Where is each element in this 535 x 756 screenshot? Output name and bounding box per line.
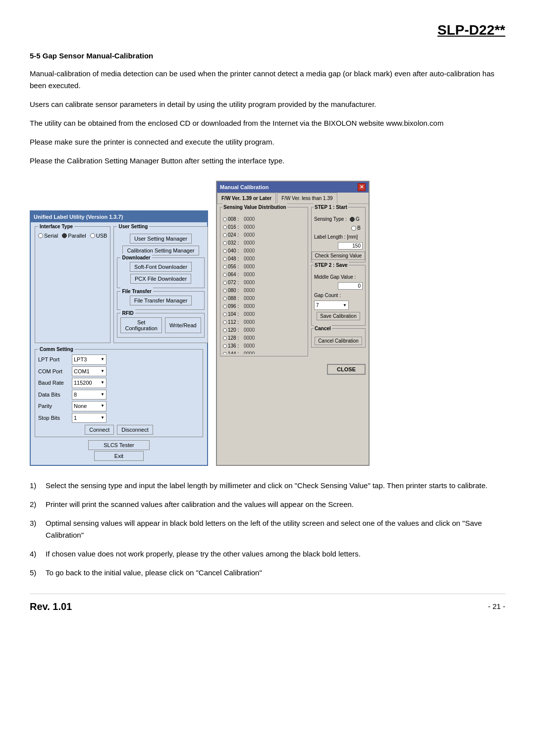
mc-close-bottom: CLOSE [217,362,369,377]
check-sensing-value-button[interactable]: Check Sensing Value [312,252,366,260]
radio-serial-icon [38,233,43,238]
exit-button[interactable]: Exit [94,451,144,461]
sensing-addr: 144 : [228,350,244,354]
sensing-val: 0000 [244,263,255,270]
list-item: 1)Select the sensing type and input the … [30,480,505,492]
baud-rate-select[interactable]: 115200 ▼ [72,378,107,388]
sensing-row: 048 :0000 [223,255,305,262]
mc-title: Manual Calibration [220,183,268,192]
sensing-radio[interactable] [223,217,227,221]
file-transfer-group: File Transfer File Transfer Manager [117,291,204,310]
sensing-addr: 088 : [228,295,244,302]
sensing-val: 0000 [244,287,255,294]
mc-body: Sensing Value Distribution 008 :0000016 … [217,204,369,362]
sensing-g-label: G [356,215,360,223]
step1-label: STEP 1 : Start [314,203,348,211]
slcs-tester-button[interactable]: SLCS Tester [88,440,150,450]
list-item: 2)Printer will print the scanned values … [30,499,505,510]
disconnect-button[interactable]: Disconnect [117,425,153,435]
sensing-radio[interactable] [223,233,227,237]
soft-font-downloader-button[interactable]: Soft-Font Downloader [130,262,192,272]
sensing-row: 128 :0000 [223,334,305,342]
sensing-radio[interactable] [223,273,227,277]
sensing-val: 0000 [244,318,255,326]
list-item-num: 3) [30,517,40,541]
mc-window-close-button[interactable]: ✕ [358,183,366,191]
sensing-radio[interactable] [223,289,227,293]
sensing-b-label: B [357,224,361,232]
write-read-button[interactable]: Write/Read [165,317,201,333]
cancel-group: Cancel Cancel Calibration [311,328,366,348]
sensing-row: 088 :0000 [223,295,305,302]
gap-count-value: 7 [316,302,319,309]
sensing-radio[interactable] [223,344,227,348]
sensing-row: 008 :0000 [223,215,305,223]
sensing-row: 144 :0000 [223,350,305,354]
pcx-file-downloader-button[interactable]: PCX File Downloader [130,274,191,284]
gap-count-select[interactable]: 7 ▼ [314,301,349,310]
data-bits-select[interactable]: 8 ▼ [72,390,107,400]
sensing-val: 0000 [244,231,255,239]
sensing-radio[interactable] [223,352,227,354]
sensing-radio[interactable] [223,265,227,269]
mc-left-panel: Sensing Value Distribution 008 :0000016 … [220,207,308,359]
sensing-radio[interactable] [223,249,227,253]
connect-button[interactable]: Connect [85,425,114,435]
cancel-calibration-button[interactable]: Cancel Calibration [315,337,362,345]
radio-serial-label: Serial [44,232,58,240]
mc-tabs: F/W Ver. 1.39 or Later F/W Ver. less tha… [217,193,369,204]
set-configuration-button[interactable]: Set Configuration [120,317,161,333]
label-length-input[interactable] [338,242,363,250]
sensing-val: 0000 [244,310,255,318]
footer-rev: Rev. 1.01 [30,599,72,614]
mc-tab2[interactable]: F/W Ver. less than 1.39 [277,193,337,203]
com-port-label: COM Port [38,367,69,376]
sensing-radio[interactable] [223,336,227,340]
mc-tab1[interactable]: F/W Ver. 1.39 or Later [217,193,276,203]
list-item-text: Optimal sensing values will appear in bl… [46,517,505,541]
com-port-select[interactable]: COM1 ▼ [72,366,107,377]
file-transfer-manager-button[interactable]: File Transfer Manager [130,296,192,305]
sensing-addr: 064 : [228,271,244,278]
radio-usb[interactable]: USB [90,232,107,240]
save-calibration-button[interactable]: Save Calibration [317,312,360,320]
user-setting-group: User Setting User Setting Manager Calibr… [113,226,208,343]
radio-parallel[interactable]: Parallel [62,232,86,240]
data-bits-row: Data Bits 8 ▼ [38,390,200,400]
parity-label: Parity [38,402,69,410]
sensing-radio[interactable] [223,320,227,324]
step2-group: STEP 2 : Save Middle Gap Value : Gap Cou… [311,265,366,326]
radio-usb-icon [90,233,95,238]
sensing-radio[interactable] [223,312,227,316]
radio-serial[interactable]: Serial [38,232,58,240]
sensing-radio[interactable] [223,225,227,229]
lpt-port-row: LPT Port LPT3 ▼ [38,354,200,365]
lpt-port-value: LPT3 [74,355,87,364]
sensing-type-g[interactable]: G [350,215,360,223]
close-button[interactable]: CLOSE [327,364,366,375]
sensing-addr: 072 : [228,279,244,286]
sensing-radio[interactable] [223,304,227,308]
sensing-radio[interactable] [223,328,227,332]
sensing-type-b[interactable]: B [351,224,361,232]
user-setting-manager-button[interactable]: User Setting Manager [130,234,192,244]
sensing-radio[interactable] [223,297,227,301]
sensing-radio[interactable] [223,241,227,245]
list-item-num: 2) [30,499,40,510]
list-item-num: 4) [30,548,40,560]
middle-gap-value-input[interactable] [338,282,363,290]
gap-count-arrow: ▼ [343,302,347,308]
parity-select[interactable]: None ▼ [72,401,107,411]
sensing-addr: 032 : [228,239,244,247]
sensing-val: 0000 [244,295,255,302]
footer: Rev. 1.01 - 21 - [30,594,505,614]
sensing-radio[interactable] [223,257,227,261]
page-header-title: SLP-D22** [30,20,505,41]
sensing-radio[interactable] [223,281,227,285]
stop-bits-select[interactable]: 1 ▼ [72,413,107,423]
data-bits-label: Data Bits [38,391,69,399]
lpt-port-select[interactable]: LPT3 ▼ [72,354,107,365]
para4: Please make sure the printer is connecte… [30,136,505,148]
connect-row: Connect Disconnect [38,425,200,435]
radio-usb-label: USB [96,232,107,240]
